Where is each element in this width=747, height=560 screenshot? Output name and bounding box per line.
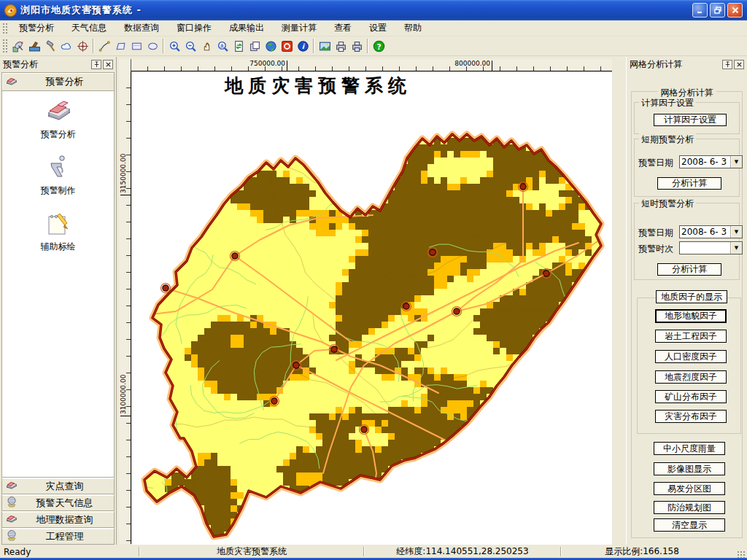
item-label: 辅助标绘 — [41, 241, 76, 253]
seismic-factor-button[interactable]: 地震烈度因子 — [655, 370, 727, 384]
nowcast-time-combo[interactable]: ▼ — [679, 241, 743, 254]
geotech-factor-button[interactable]: 岩土工程因子 — [655, 330, 727, 343]
clear-display-button[interactable]: 清空显示 — [654, 518, 725, 532]
rainfall-button[interactable]: 中小尺度雨量 — [654, 442, 725, 455]
warning-analysis-icon[interactable] — [10, 38, 26, 54]
menu-item-1[interactable]: 天气信息 — [63, 21, 115, 34]
nowcast-date-combo[interactable]: 2008- 6- 3 ▼ — [679, 225, 743, 238]
chevron-down-icon[interactable]: ▼ — [730, 226, 742, 238]
menu-item-3[interactable]: 窗口操作 — [168, 21, 220, 34]
copy-view-icon[interactable] — [247, 38, 263, 54]
menu-item-7[interactable]: 设置 — [360, 21, 395, 34]
pan-hand-icon[interactable] — [198, 38, 214, 54]
weather-icon — [5, 496, 18, 510]
menu-grip[interactable] — [2, 23, 8, 34]
section-project-manage[interactable]: 工程管理 — [1, 528, 115, 545]
map-svg[interactable] — [132, 72, 612, 545]
short-term-date-combo[interactable]: 2008- 6- 3 ▼ — [679, 155, 743, 168]
nowcast-analyze-button[interactable]: 分析计算 — [657, 263, 721, 276]
warning-analysis-icon — [42, 97, 74, 127]
target-icon[interactable] — [74, 38, 90, 54]
cloud-icon[interactable] — [58, 38, 74, 54]
pin-icon[interactable] — [722, 60, 732, 69]
susceptibility-button[interactable]: 易发分区图 — [654, 482, 725, 495]
right-panel-title: 网格分析计算 — [630, 58, 721, 71]
left-panel-title: 预警分析 — [3, 58, 90, 71]
polyline-icon[interactable] — [96, 38, 112, 54]
refresh-doc-icon[interactable] — [231, 38, 247, 54]
left-panel-titlebar: 预警分析 — [1, 58, 115, 71]
polygon-icon[interactable] — [112, 38, 128, 54]
zoom-extent-icon[interactable]: ± — [214, 38, 231, 54]
mine-factor-button[interactable]: 矿山分布因子 — [655, 390, 727, 403]
section-disaster-query[interactable]: 灾点查询 — [1, 478, 115, 494]
prevention-plan-button[interactable]: 防治规划图 — [654, 501, 725, 514]
warning-make-icon — [42, 153, 74, 183]
group-legend: 计算因子设置 — [639, 97, 696, 109]
status-ready: Ready — [0, 545, 139, 558]
ruler-label: 800000.00 — [442, 60, 490, 67]
item-warning-analysis[interactable]: 预警分析 — [41, 97, 76, 141]
imagery-button[interactable]: 影像图显示 — [654, 462, 725, 475]
svg-text:±: ± — [220, 42, 224, 49]
help-icon[interactable]: ? — [371, 38, 387, 54]
map-title: 地质灾害预警系统 — [216, 74, 420, 98]
left-ruler: 3150000.003100000.00 — [119, 71, 131, 544]
warning-make-icon[interactable] — [26, 38, 42, 54]
map-canvas[interactable]: 地质灾害预警系统 — [132, 72, 612, 545]
print-preview-icon[interactable] — [349, 38, 365, 54]
combo-value — [680, 242, 730, 254]
toolbar-grip[interactable] — [2, 39, 8, 53]
zoom-in-icon[interactable] — [166, 38, 182, 54]
close-button[interactable] — [727, 3, 743, 18]
stop-icon[interactable] — [279, 38, 295, 54]
hammer-icon[interactable] — [42, 38, 58, 54]
ruler-label: 750000.00 — [237, 60, 285, 67]
close-icon[interactable] — [734, 60, 744, 69]
workspace: 预警分析 预警分析 预警分析 预警制作 辅助标绘 灾点查询 — [0, 56, 747, 545]
right-panel: 网格分析计算 网格分析计算 计算因子设置 计算因子设置 短期预警分析 预警日期 … — [626, 57, 747, 545]
menu-item-2[interactable]: 数据查询 — [115, 21, 168, 34]
map-document: 750000.00800000.00 3150000.003100000.00 … — [117, 57, 626, 545]
book-icon — [5, 479, 18, 493]
section-geo-data-query[interactable]: 地理数据查询 — [1, 511, 115, 528]
zoom-out-icon[interactable] — [182, 38, 198, 54]
factor-display-header-button[interactable]: 地质因子的显示 — [656, 290, 727, 303]
ruler-corner — [119, 59, 131, 71]
toolbar-separator — [163, 39, 164, 53]
chevron-down-icon[interactable]: ▼ — [730, 242, 742, 254]
section-label: 预警天气信息 — [18, 497, 111, 510]
toolbar-separator — [367, 39, 368, 53]
rectangle-icon[interactable] — [128, 38, 144, 54]
item-aux-plot[interactable]: 辅助标绘 — [41, 209, 76, 253]
menu-item-5[interactable]: 测量计算 — [273, 21, 325, 34]
group-legend: 短时预警分析 — [639, 198, 696, 210]
section-label: 地理数据查询 — [18, 513, 111, 526]
terrain-factor-button[interactable]: 地形地貌因子 — [655, 309, 727, 323]
image-icon[interactable] — [317, 38, 333, 54]
info-icon[interactable]: i — [295, 38, 311, 54]
close-icon[interactable] — [103, 60, 113, 69]
menu-item-8[interactable]: 帮助 — [395, 21, 430, 34]
factor-settings-button[interactable]: 计算因子设置 — [654, 114, 727, 126]
section-weather-info[interactable]: 预警天气信息 — [1, 494, 115, 511]
menu-item-4[interactable]: 成果输出 — [220, 21, 273, 34]
left-panel-header[interactable]: 预警分析 — [1, 72, 115, 91]
minimize-button[interactable] — [692, 3, 708, 18]
item-warning-make[interactable]: 预警制作 — [41, 153, 76, 197]
menu-item-0[interactable]: 预警分析 — [10, 21, 63, 34]
left-panel-header-label: 预警分析 — [18, 75, 111, 88]
short-term-analyze-button[interactable]: 分析计算 — [657, 177, 721, 190]
print-icon[interactable] — [333, 38, 349, 54]
disaster-factor-button[interactable]: 灾害分布因子 — [655, 410, 727, 423]
menu-item-6[interactable]: 查看 — [325, 21, 360, 34]
combo-value: 2008- 6- 3 — [680, 156, 730, 168]
toolbar-separator — [313, 39, 314, 53]
restore-button[interactable] — [710, 3, 725, 18]
population-factor-button[interactable]: 人口密度因子 — [655, 350, 727, 363]
pin-icon[interactable] — [91, 60, 101, 69]
ellipse-icon[interactable] — [144, 38, 160, 54]
menu-bar: 预警分析天气信息数据查询窗口操作成果输出测量计算查看设置帮助 — [0, 20, 747, 36]
chevron-down-icon[interactable]: ▼ — [730, 156, 742, 168]
globe-icon[interactable] — [263, 38, 279, 54]
